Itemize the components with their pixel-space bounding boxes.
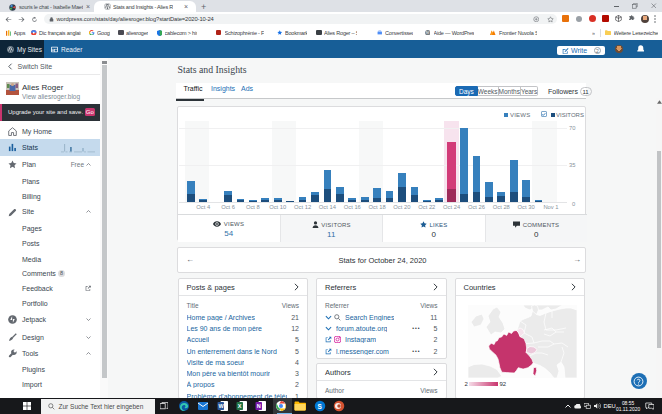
svg-text:S: S — [317, 403, 322, 410]
svg-text:X: X — [238, 403, 242, 409]
svg-text:W: W — [218, 403, 224, 409]
svg-text:W: W — [425, 31, 429, 35]
svg-text:N: N — [257, 403, 261, 409]
